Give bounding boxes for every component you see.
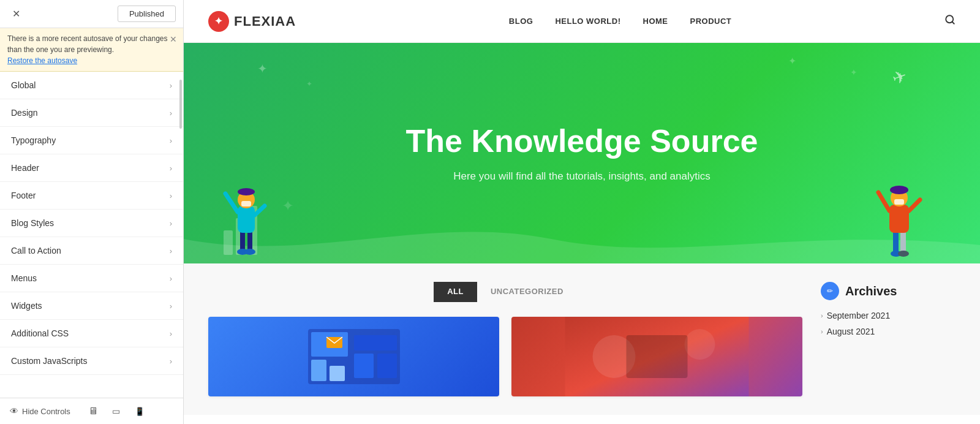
svg-rect-17: [889, 205, 909, 233]
site-navigation: ✦ FLEXIAA BLOGHELLO WORLD!HOMEPRODUCT: [184, 0, 980, 43]
desktop-view-button[interactable]: 🖥: [85, 403, 101, 419]
chevron-right-icon: ›: [170, 329, 172, 338]
svg-point-35: [685, 329, 715, 360]
tablet-view-button[interactable]: ▭: [108, 403, 124, 419]
archives-edit-button[interactable]: ✏: [821, 282, 839, 300]
published-button[interactable]: Published: [118, 6, 176, 22]
restore-autosave-link[interactable]: Restore the autosave: [7, 56, 77, 65]
svg-rect-31: [377, 354, 397, 378]
svg-point-19: [890, 186, 908, 194]
autosave-message: There is a more recent autosave of your …: [7, 34, 167, 54]
archives-sidebar: ✏ Archives ›September 2021›August 2021: [821, 282, 956, 396]
menu-item-additional-css[interactable]: Additional CSS›: [0, 320, 183, 347]
svg-rect-30: [354, 354, 374, 378]
post-cards: [208, 317, 802, 396]
svg-point-24: [898, 251, 909, 257]
chevron-right-icon: ›: [170, 219, 172, 228]
main-content: ALLUNCATEGORIZED: [208, 282, 802, 396]
logo-text: FLEXIAA: [234, 13, 296, 29]
menu-item-label: Custom JavaScripts: [11, 356, 87, 366]
hero-figure-left: [221, 151, 276, 263]
hero-figure-right: [876, 151, 931, 263]
filter-tabs: ALLUNCATEGORIZED: [208, 282, 802, 302]
post-card-2: [511, 317, 802, 396]
scroll-indicator: [179, 80, 182, 129]
menu-item-label: Call to Action: [11, 246, 61, 256]
svg-rect-6: [247, 230, 252, 252]
view-icons: 🖥 ▭ 📱: [85, 403, 148, 419]
menu-item-widgets[interactable]: Widgets›: [0, 292, 183, 320]
nav-link-hello-world![interactable]: HELLO WORLD!: [555, 17, 620, 26]
filter-tab-all[interactable]: ALL: [434, 282, 477, 302]
menu-item-custom-javascripts[interactable]: Custom JavaScripts›: [0, 347, 183, 375]
svg-rect-29: [354, 335, 397, 350]
menu-item-label: Blog Styles: [11, 218, 54, 228]
hide-controls-label: Hide Controls: [22, 407, 70, 416]
hero-content: The Knowledge Source Here you will find …: [406, 124, 758, 182]
svg-line-20: [878, 192, 889, 211]
svg-rect-36: [627, 335, 688, 378]
svg-rect-16: [900, 230, 906, 254]
svg-rect-15: [893, 230, 899, 254]
menu-item-footer[interactable]: Footer›: [0, 182, 183, 210]
hide-controls-button[interactable]: 👁 Hide Controls: [10, 406, 70, 416]
archive-chevron-icon: ›: [821, 312, 823, 319]
menu-item-call-to-action[interactable]: Call to Action›: [0, 237, 183, 265]
eye-icon: 👁: [10, 406, 18, 416]
site-preview: ✦ FLEXIAA BLOGHELLO WORLD!HOMEPRODUCT ✦ …: [184, 0, 980, 424]
chevron-right-icon: ›: [170, 108, 172, 118]
archives-items: ›September 2021›August 2021: [821, 308, 956, 339]
nav-link-product[interactable]: PRODUCT: [690, 17, 732, 26]
search-icon[interactable]: [944, 14, 956, 28]
nav-link-blog[interactable]: BLOG: [509, 17, 533, 26]
svg-point-9: [238, 188, 255, 195]
autosave-notice: ✕ There is a more recent autosave of you…: [0, 28, 183, 72]
menu-item-typography[interactable]: Typography›: [0, 127, 183, 154]
svg-point-14: [244, 249, 255, 255]
archive-item[interactable]: ›August 2021: [821, 324, 956, 339]
menu-list: Global›Design›Typography›Header›Footer›B…: [0, 72, 183, 398]
close-button[interactable]: ✕: [7, 6, 24, 23]
menu-item-design[interactable]: Design›: [0, 99, 183, 127]
post-card-image-2: [511, 317, 802, 396]
close-notice-button[interactable]: ✕: [170, 33, 177, 46]
post-card-image-1: [208, 317, 499, 396]
chevron-right-icon: ›: [170, 81, 172, 90]
svg-line-21: [909, 200, 920, 211]
menu-item-header[interactable]: Header›: [0, 154, 183, 182]
edit-icon: ✏: [827, 287, 833, 295]
nav-link-home[interactable]: HOME: [643, 17, 668, 26]
menu-item-label: Additional CSS: [11, 328, 69, 338]
chevron-right-icon: ›: [170, 357, 172, 366]
website-content: ✦ FLEXIAA BLOGHELLO WORLD!HOMEPRODUCT ✦ …: [184, 0, 980, 424]
archive-item[interactable]: ›September 2021: [821, 308, 956, 324]
svg-rect-27: [311, 360, 326, 381]
archive-item-label: August 2021: [827, 327, 875, 336]
svg-rect-5: [240, 230, 245, 252]
archives-header: ✏ Archives: [821, 282, 956, 300]
filter-tab-uncategorized[interactable]: UNCATEGORIZED: [477, 282, 577, 302]
hero-banner: ✦ ✦ ✦ ✦ ✦ ✈: [184, 43, 980, 263]
chevron-right-icon: ›: [170, 191, 172, 200]
menu-item-label: Menus: [11, 273, 37, 283]
mobile-view-button[interactable]: 📱: [132, 403, 148, 419]
menu-item-label: Design: [11, 108, 38, 118]
menu-item-label: Global: [11, 80, 36, 90]
chevron-right-icon: ›: [170, 246, 172, 256]
hero-title: The Knowledge Source: [406, 124, 758, 159]
menu-item-label: Widgets: [11, 301, 42, 311]
svg-rect-12: [241, 201, 251, 206]
menu-item-blog-styles[interactable]: Blog Styles›: [0, 210, 183, 237]
hero-wave: [184, 214, 980, 263]
site-logo: ✦ FLEXIAA: [208, 11, 296, 32]
logo-icon: ✦: [208, 11, 229, 32]
menu-item-global[interactable]: Global›: [0, 72, 183, 99]
svg-rect-2: [224, 230, 233, 255]
customizer-panel: ✕ Published ✕ There is a more recent aut…: [0, 0, 184, 424]
nav-links: BLOGHELLO WORLD!HOMEPRODUCT: [509, 17, 731, 26]
archive-chevron-icon: ›: [821, 328, 823, 335]
menu-item-menus[interactable]: Menus›: [0, 265, 183, 292]
panel-topbar: ✕ Published: [0, 0, 183, 28]
chevron-right-icon: ›: [170, 274, 172, 283]
post-card-1: [208, 317, 499, 396]
